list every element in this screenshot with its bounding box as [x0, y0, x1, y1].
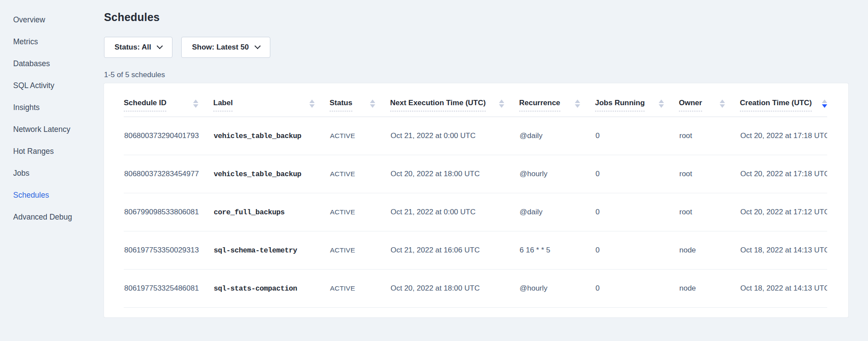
cell-jobs-running: 0: [595, 117, 679, 155]
sort-arrows-icon-active-desc: [822, 99, 827, 108]
cell-recurrence: 6 16 * * 5: [519, 231, 595, 270]
table-header-row: Schedule ID Label Status: [124, 83, 827, 117]
chevron-down-icon: [157, 43, 163, 49]
results-count: 1-5 of 5 schedules: [104, 71, 848, 79]
cell-owner: root: [679, 193, 740, 231]
column-label: Creation Time (UTC): [740, 99, 812, 111]
sort-arrows-icon: [499, 99, 504, 108]
cell-next-execution: Oct 21, 2022 at 16:06 UTC: [390, 231, 519, 270]
column-label: Status: [330, 99, 352, 111]
cell-status: ACTIVE: [330, 155, 390, 193]
sort-arrows-icon: [720, 99, 725, 108]
column-label: Schedule ID: [124, 99, 166, 111]
sidebar-item-sql-activity[interactable]: SQL Activity: [0, 75, 103, 96]
table-row: 806800373283454977 vehicles_table_backup…: [124, 155, 827, 193]
table-row: 806197753325486081 sql-stats-compaction …: [124, 270, 827, 308]
cell-next-execution: Oct 21, 2022 at 0:00 UTC: [390, 193, 519, 231]
sort-arrows-icon: [659, 99, 664, 108]
sidebar-item-insights[interactable]: Insights: [0, 96, 103, 118]
cell-creation-time: Oct 20, 2022 at 17:18 UTC: [740, 155, 827, 193]
sort-arrows-icon: [370, 99, 375, 108]
cell-schedule-id: 806799098533806081: [124, 193, 213, 231]
column-header-recurrence[interactable]: Recurrence: [519, 83, 595, 117]
column-label: Jobs Running: [595, 99, 645, 111]
schedules-table: Schedule ID Label Status: [124, 83, 827, 308]
cell-status: ACTIVE: [330, 270, 390, 308]
sidebar-item-overview[interactable]: Overview: [0, 9, 103, 31]
page-title: Schedules: [104, 11, 848, 24]
table-row: 806800373290401793 vehicles_table_backup…: [124, 117, 827, 155]
show-filter-dropdown[interactable]: Show: Latest 50: [181, 37, 270, 58]
cell-jobs-running: 0: [595, 231, 679, 270]
cell-label: sql-stats-compaction: [213, 270, 330, 308]
sidebar-item-jobs[interactable]: Jobs: [0, 162, 103, 184]
cell-recurrence: @daily: [519, 117, 595, 155]
cell-next-execution: Oct 21, 2022 at 0:00 UTC: [390, 117, 519, 155]
cell-next-execution: Oct 20, 2022 at 18:00 UTC: [390, 155, 519, 193]
sidebar-item-network-latency[interactable]: Network Latency: [0, 118, 103, 140]
main-content: Schedules Status: All Show: Latest 50 1-…: [103, 0, 868, 341]
sidebar-item-hot-ranges[interactable]: Hot Ranges: [0, 140, 103, 162]
cell-owner: root: [679, 117, 740, 155]
cell-schedule-id: 806800373283454977: [124, 155, 213, 193]
cell-label: vehicles_table_backup: [213, 117, 330, 155]
cell-jobs-running: 0: [595, 155, 679, 193]
column-header-schedule-id[interactable]: Schedule ID: [124, 83, 213, 117]
cell-next-execution: Oct 20, 2022 at 18:00 UTC: [390, 270, 519, 308]
column-label: Recurrence: [519, 99, 560, 111]
column-header-creation-time[interactable]: Creation Time (UTC): [740, 83, 827, 117]
column-label: Label: [213, 99, 233, 111]
sort-arrows-icon: [193, 99, 198, 108]
cell-creation-time: Oct 18, 2022 at 14:13 UTC: [740, 270, 827, 308]
sidebar-item-advanced-debug[interactable]: Advanced Debug: [0, 206, 103, 228]
column-header-status[interactable]: Status: [330, 83, 390, 117]
cell-recurrence: @hourly: [519, 270, 595, 308]
chevron-down-icon: [255, 43, 261, 49]
cell-schedule-id: 806800373290401793: [124, 117, 213, 155]
sort-arrows-icon: [309, 99, 315, 108]
cell-label: vehicles_table_backup: [213, 155, 330, 193]
sidebar-item-databases[interactable]: Databases: [0, 53, 103, 75]
cell-creation-time: Oct 20, 2022 at 17:18 UTC: [740, 117, 827, 155]
cell-label: core_full_backups: [213, 193, 330, 231]
cell-owner: node: [679, 270, 740, 308]
sidebar-item-metrics[interactable]: Metrics: [0, 31, 103, 53]
cell-owner: root: [679, 155, 740, 193]
sort-arrows-icon: [575, 99, 580, 108]
column-header-jobs-running[interactable]: Jobs Running: [595, 83, 679, 117]
cell-schedule-id: 806197753350029313: [124, 231, 213, 270]
cell-jobs-running: 0: [595, 270, 679, 308]
cell-label: sql-schema-telemetry: [213, 231, 330, 270]
column-header-label[interactable]: Label: [213, 83, 330, 117]
column-label: Next Execution Time (UTC): [390, 99, 486, 111]
show-filter-label: Show: Latest 50: [192, 43, 248, 52]
cell-status: ACTIVE: [330, 117, 390, 155]
column-header-next-execution-time[interactable]: Next Execution Time (UTC): [390, 83, 519, 117]
sidebar: Overview Metrics Databases SQL Activity …: [0, 0, 103, 341]
cell-recurrence: @daily: [519, 193, 595, 231]
cell-status: ACTIVE: [330, 231, 390, 270]
column-label: Owner: [679, 99, 702, 111]
table-row: 806197753350029313 sql-schema-telemetry …: [124, 231, 827, 270]
cell-owner: node: [679, 231, 740, 270]
cell-jobs-running: 0: [595, 193, 679, 231]
status-filter-dropdown[interactable]: Status: All: [104, 37, 172, 58]
cell-creation-time: Oct 20, 2022 at 17:12 UTC: [740, 193, 827, 231]
schedules-table-card: Schedule ID Label Status: [104, 83, 848, 317]
status-filter-label: Status: All: [115, 43, 151, 52]
cell-status: ACTIVE: [330, 193, 390, 231]
cell-creation-time: Oct 18, 2022 at 14:13 UTC: [740, 231, 827, 270]
sidebar-item-schedules[interactable]: Schedules: [0, 184, 103, 206]
column-header-owner[interactable]: Owner: [679, 83, 740, 117]
table-row: 806799098533806081 core_full_backups ACT…: [124, 193, 827, 231]
filter-bar: Status: All Show: Latest 50: [104, 37, 848, 58]
cell-recurrence: @hourly: [519, 155, 595, 193]
cell-schedule-id: 806197753325486081: [124, 270, 213, 308]
